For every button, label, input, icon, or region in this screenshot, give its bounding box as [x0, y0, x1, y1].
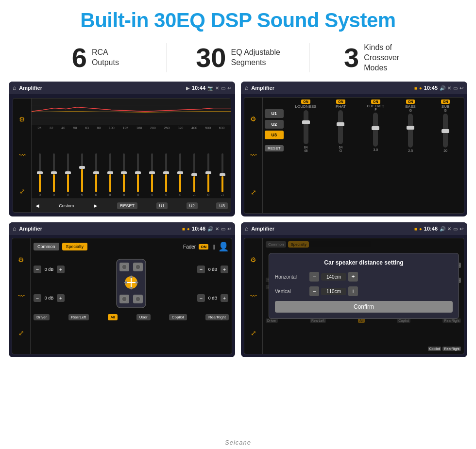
fader-close-icon[interactable]: ✕ [215, 226, 219, 232]
dialog-wave-icon[interactable]: 〰 [250, 292, 257, 300]
amp-phat: ON PHAT 64 G [324, 100, 357, 152]
fader-rr-plus[interactable]: + [221, 294, 228, 302]
fader-profile-icon[interactable]: 👤 [218, 241, 229, 252]
fader-common-tab[interactable]: Common [34, 243, 59, 250]
amp-window-icon[interactable]: ▭ [453, 85, 458, 91]
amp-cutfreq-toggle[interactable]: ON [371, 100, 380, 104]
fader-fr-minus[interactable]: − [197, 266, 205, 273]
dialog-expand-icon[interactable]: ⤢ [251, 329, 256, 337]
dialog-back-icon[interactable]: ↩ [459, 226, 463, 232]
dialog-vol-icon[interactable]: 🔊 [440, 226, 445, 232]
fader-rr-minus[interactable]: − [197, 294, 205, 302]
dialog-copilot-btn[interactable]: Copilot [428, 347, 442, 351]
eq-play-icon[interactable]: ▶ [186, 85, 190, 91]
eq-prev-icon[interactable]: ◄ [34, 202, 40, 209]
amp-bass-slider[interactable] [408, 114, 413, 148]
fader-back-icon[interactable]: ↩ [227, 226, 231, 232]
eq-slider-col-13[interactable]: -1 [216, 153, 229, 197]
amp-bass-toggle[interactable]: ON [406, 100, 415, 104]
amp-phat-toggle[interactable]: ON [336, 100, 345, 104]
amp-sub-g: G [444, 109, 446, 112]
fader-rl-plus[interactable]: + [57, 294, 65, 302]
amp-preset-u2[interactable]: U2 [265, 120, 284, 129]
eq-slider-col-5[interactable]: 0 [104, 153, 117, 197]
amp-preset-u3[interactable]: U3 [265, 131, 284, 139]
stat-crossover-number: 3 [344, 44, 359, 71]
eq-slider-col-2[interactable]: 0 [62, 153, 74, 197]
fader-vol-icon[interactable]: 🔊 [207, 226, 213, 232]
fader-fl-plus[interactable]: + [57, 266, 65, 273]
amp-phat-slider[interactable] [338, 110, 343, 144]
fader-rearleft-btn[interactable]: RearLeft [68, 314, 89, 320]
fader-user-btn[interactable]: User [136, 314, 151, 320]
fader-copilot-btn[interactable]: Copilot [169, 314, 187, 320]
fader-specialty-tab[interactable]: Specialty [62, 243, 88, 250]
dialog-close-icon[interactable]: ✕ [447, 226, 451, 232]
eq-close-icon[interactable]: ✕ [215, 85, 219, 91]
dialog-window-icon[interactable]: ▭ [453, 226, 458, 232]
fader-filter-icon[interactable]: ⚙ [18, 256, 24, 264]
amp-sub-slider[interactable] [443, 114, 448, 148]
fader-rr-control: − 0 dB + [197, 294, 229, 302]
eq-filter-icon[interactable]: ⚙ [19, 116, 25, 123]
eq-back-icon[interactable]: ↩ [227, 85, 231, 91]
fader-fr-plus[interactable]: + [221, 266, 228, 273]
eq-slider-col-3[interactable]: 5 [76, 153, 88, 197]
eq-expand-icon[interactable]: ⤢ [19, 187, 25, 195]
amp-loudness-toggle[interactable]: ON [301, 100, 310, 104]
amp-preset-u1[interactable]: U1 [265, 109, 284, 118]
eq-window-icon[interactable]: ▭ [221, 85, 225, 91]
eq-slider-col-0[interactable]: 0 [34, 153, 46, 197]
eq-next-icon[interactable]: ► [93, 202, 99, 209]
eq-slider-col-11[interactable]: -1 [188, 153, 201, 197]
fader-expand-icon[interactable]: ⤢ [18, 329, 24, 337]
eq-freq-125: 125 [122, 126, 128, 130]
eq-slider-col-6[interactable]: 0 [118, 153, 131, 197]
fader-rearright-btn[interactable]: RearRight [205, 314, 229, 320]
fader-window-icon[interactable]: ▭ [221, 226, 225, 232]
fader-bars-icon[interactable]: ||| [211, 244, 215, 249]
amp-wave-icon[interactable]: 〰 [250, 151, 257, 159]
fader-home-icon[interactable]: ⌂ [13, 225, 16, 232]
amp-expand-icon[interactable]: ⤢ [251, 188, 256, 196]
amp-cutfreq-slider[interactable] [373, 113, 378, 147]
amp-loudness-val: 64 [304, 146, 308, 149]
eq-slider-col-7[interactable]: 0 [132, 153, 144, 197]
amp-back-icon[interactable]: ↩ [459, 85, 463, 91]
fader-driver-btn[interactable]: Driver [34, 314, 50, 320]
dialog-horizontal-plus[interactable]: + [348, 272, 358, 282]
amp-vol-icon[interactable]: 🔊 [440, 85, 445, 91]
dialog-filter-icon[interactable]: ⚙ [250, 256, 256, 264]
dialog-vertical-minus[interactable]: − [309, 286, 319, 296]
amp-home-icon[interactable]: ⌂ [245, 84, 248, 91]
eq-wave-icon[interactable]: 〰 [19, 151, 26, 159]
eq-slider-col-12[interactable]: 0 [202, 153, 215, 197]
amp-sub-toggle[interactable]: ON [441, 100, 450, 104]
amp-reset-btn[interactable]: RESET [265, 145, 284, 151]
amp-loudness-slider[interactable] [304, 110, 308, 144]
eq-cam-icon[interactable]: 📷 [207, 85, 213, 91]
amp-filter-icon[interactable]: ⚙ [250, 115, 256, 123]
amp-close-icon[interactable]: ✕ [447, 85, 451, 91]
eq-slider-col-4[interactable]: 0 [90, 153, 102, 197]
dialog-confirm-button[interactable]: Confirm [275, 301, 453, 313]
fader-rl-minus[interactable]: − [34, 294, 41, 302]
eq-home-icon[interactable]: ⌂ [13, 84, 16, 91]
dialog-home-icon[interactable]: ⌂ [245, 225, 248, 232]
fader-rec-icon: ■ [182, 226, 185, 232]
dialog-vertical-plus[interactable]: + [348, 286, 358, 296]
fader-wave-icon[interactable]: 〰 [18, 292, 25, 300]
eq-u2-btn[interactable]: U2 [187, 202, 198, 209]
eq-u1-btn[interactable]: U1 [156, 202, 168, 209]
eq-slider-col-8[interactable]: 0 [146, 153, 158, 197]
eq-slider-col-1[interactable]: 0 [48, 153, 60, 197]
dialog-rearright-btn[interactable]: RearRight [442, 347, 461, 351]
fader-fl-minus[interactable]: − [34, 266, 41, 273]
eq-reset-btn[interactable]: RESET [117, 202, 137, 209]
dialog-horizontal-minus[interactable]: − [309, 272, 319, 282]
eq-slider-col-10[interactable]: 0 [174, 153, 187, 197]
fader-all-btn[interactable]: All [108, 314, 118, 320]
eq-slider-col-9[interactable]: 0 [160, 153, 172, 197]
eq-u3-btn[interactable]: U3 [216, 202, 228, 209]
eq-slider-fill-4 [95, 174, 97, 192]
